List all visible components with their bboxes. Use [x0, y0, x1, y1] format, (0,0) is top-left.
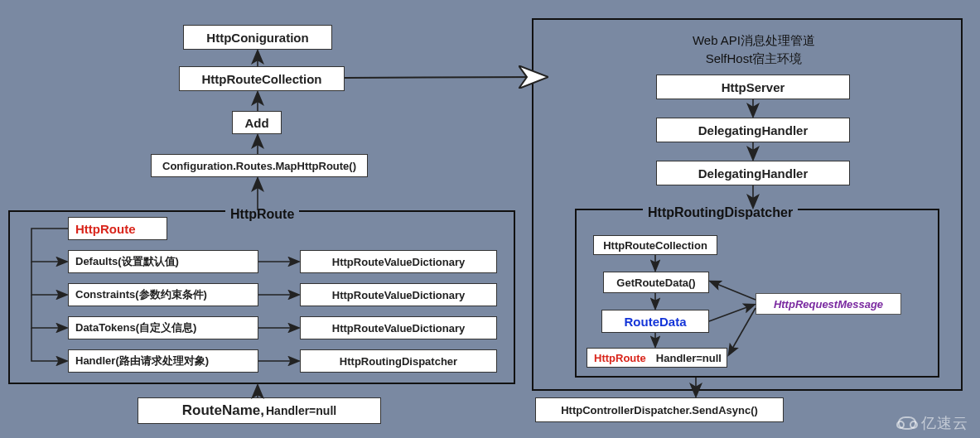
box-httproute-name: HttpRoute — [68, 217, 167, 240]
box-httproutecollection: HttpRouteCollection — [179, 66, 345, 91]
box-datatokens: DataTokens(自定义信息) — [68, 316, 258, 339]
box-inner-httproute-handler: HttpRoute Handler=null — [587, 348, 727, 368]
text: HttpServer — [722, 80, 785, 94]
watermark-icon — [898, 416, 916, 430]
box-defaults-target: HttpRouteValueDictionary — [300, 250, 497, 273]
box-httpserver: HttpServer — [656, 75, 850, 99]
text: HttpRoute — [230, 207, 294, 221]
watermark: 亿速云 — [898, 413, 968, 433]
text: HttpRoutingDispatcher — [340, 355, 457, 368]
text: HttpRequestMessage — [774, 298, 883, 310]
box-inner-routedata: RouteData — [601, 310, 709, 333]
text: HttpRouteValueDictionary — [332, 289, 465, 301]
text-handler-null: Handler=null — [266, 404, 336, 417]
text: DataTokens(自定义信息) — [75, 320, 196, 335]
text: SelfHost宿主环境 — [706, 51, 803, 65]
label-pipeline-title2: SelfHost宿主环境 — [646, 51, 862, 67]
box-httprequestmessage: HttpRequestMessage — [756, 293, 901, 315]
text: Handler(路由请求处理对象) — [75, 354, 209, 368]
box-datatokens-target: HttpRouteValueDictionary — [300, 316, 497, 339]
text: RouteData — [624, 315, 686, 329]
box-routename: RouteName, Handler=null — [138, 397, 381, 424]
text-httproute: HttpRoute — [594, 352, 646, 364]
text: DelegatingHandler — [698, 166, 809, 180]
box-delegatinghandler-2: DelegatingHandler — [656, 161, 850, 185]
text: Configuration.Routes.MapHttpRoute() — [162, 160, 356, 172]
box-defaults: Defaults(设置默认值) — [68, 250, 258, 273]
text: HttpRouteValueDictionary — [332, 322, 465, 335]
text: HttpRoutingDispatcher — [648, 205, 793, 219]
text: HttpConiguration — [206, 31, 308, 45]
box-delegatinghandler-1: DelegatingHandler — [656, 118, 850, 142]
text: HttpRoute — [75, 222, 135, 236]
text: Add — [244, 116, 268, 130]
box-constraints: Constraints(参数约束条件) — [68, 283, 258, 306]
box-constraints-target: HttpRouteValueDictionary — [300, 283, 497, 306]
box-add: Add — [232, 111, 282, 134]
text-handler-null: Handler=null — [656, 352, 722, 364]
text: HttpRouteCollection — [603, 239, 707, 252]
box-sendasync: HttpControllerDispatcher.SendAsync() — [535, 397, 784, 422]
frame-httproute-title: HttpRoute — [225, 207, 299, 222]
box-inner-getroutedata: GetRouteData() — [603, 272, 709, 293]
text: Defaults(设置默认值) — [75, 254, 179, 269]
svg-line-5 — [345, 77, 545, 78]
text: HttpControllerDispatcher.SendAsync() — [561, 404, 758, 416]
text: Constraints(参数约束条件) — [75, 287, 207, 302]
box-handler-target: HttpRoutingDispatcher — [300, 349, 497, 373]
text-routename: RouteName, — [182, 402, 264, 419]
text: GetRouteData() — [616, 277, 695, 289]
text: HttpRouteCollection — [202, 72, 322, 86]
text: DelegatingHandler — [698, 123, 809, 137]
box-inner-httproutecollection: HttpRouteCollection — [593, 235, 717, 255]
box-httpconfiguration: HttpConiguration — [183, 25, 332, 50]
box-handler: Handler(路由请求处理对象) — [68, 349, 258, 373]
watermark-text: 亿速云 — [921, 413, 968, 433]
label-pipeline-title1: Web API消息处理管道 — [646, 33, 862, 49]
text: Web API消息处理管道 — [693, 33, 815, 47]
frame-routingdispatcher-title: HttpRoutingDispatcher — [643, 205, 798, 220]
text: HttpRouteValueDictionary — [332, 256, 465, 268]
box-maphttproute: Configuration.Routes.MapHttpRoute() — [151, 154, 368, 177]
